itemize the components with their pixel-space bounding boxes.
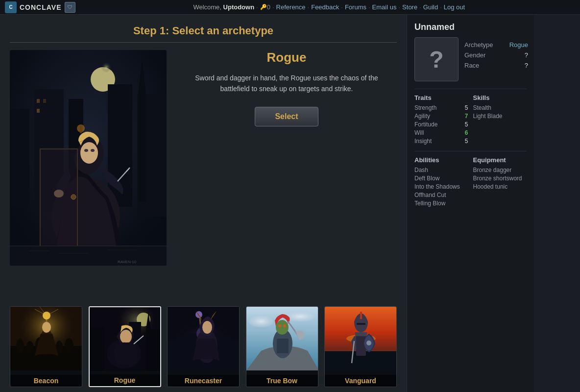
beacon-label: Beacon (10, 375, 82, 387)
ability-intotheshadows: Into the Shadows (414, 183, 468, 190)
archetype-meta-label: Archetype (464, 41, 493, 49)
truebow-label: True Bow (246, 375, 318, 387)
svg-rect-50 (90, 327, 104, 371)
logo-text: CONCLAVE (20, 3, 62, 11)
svg-point-66 (286, 312, 315, 321)
archetype-meta-row: Archetype Rogue (464, 41, 528, 49)
svg-rect-3 (10, 109, 29, 207)
svg-point-24 (71, 195, 76, 199)
svg-rect-72 (277, 339, 289, 353)
gender-meta-row: Gender ? (464, 51, 528, 59)
svg-rect-10 (37, 99, 40, 103)
trait-strength: Strength 5 (414, 104, 468, 111)
nav-logout[interactable]: Log out (444, 3, 465, 11)
nav-email[interactable]: Email us (372, 3, 397, 11)
ability-offhandcut: Offhand Cut (414, 192, 468, 198)
svg-point-69 (278, 324, 281, 327)
right-sidebar: Unnamed ? Archetype Rogue Gender ? Race … (407, 15, 534, 392)
step-title: Step 1: Select an archetype (133, 24, 273, 37)
svg-rect-52 (146, 329, 160, 371)
archetype-card-truebow[interactable]: True Bow (246, 306, 318, 387)
truebow-image (246, 307, 318, 370)
strength-val: 5 (465, 104, 468, 111)
char-meta: Archetype Rogue Gender ? Race ? (464, 37, 528, 81)
nav-forums[interactable]: Forums (345, 3, 366, 11)
equipment-col: Equipment Bronze dagger Bronze shortswor… (473, 156, 527, 208)
archetype-description: Sword and dagger in hand, the Rogue uses… (176, 73, 397, 95)
svg-rect-11 (43, 99, 46, 103)
nav-reference[interactable]: Reference (276, 3, 306, 11)
traits-skills-section: Traits Strength 5 Agility 7 Fortitude 5 … (414, 94, 527, 146)
skill-lightblade: Light Blade (473, 113, 527, 120)
equip-hoodedtunic: Hooded tunic (473, 183, 527, 190)
svg-rect-12 (37, 109, 40, 113)
nav-welcome: Welcome, (193, 3, 221, 11)
svg-point-70 (283, 324, 286, 327)
char-header: ? Archetype Rogue Gender ? Race ? (414, 37, 527, 81)
svg-rect-79 (357, 323, 365, 325)
svg-point-35 (26, 341, 33, 353)
char-avatar-placeholder: ? (429, 46, 443, 73)
logo-area: C CONCLAVE 🛡 (5, 1, 75, 13)
sidebar-divider-2 (414, 151, 527, 151)
skills-col: Skills Stealth Light Blade (473, 94, 527, 146)
sidebar-divider-1 (414, 89, 527, 89)
vanguard-image (325, 307, 396, 370)
content-row: RAVEN·10 Rogue Sword and dagger in hand,… (10, 50, 397, 301)
key-icon: 🔑 (260, 4, 267, 10)
fortitude-val: 5 (465, 121, 468, 128)
svg-point-55 (120, 330, 132, 343)
race-meta-value: ? (525, 62, 528, 69)
left-panel: Step 1: Select an archetype (0, 15, 407, 392)
svg-point-16 (80, 142, 98, 164)
svg-point-65 (249, 316, 273, 327)
abilities-title: Abilities (414, 156, 468, 164)
race-meta-row: Race ? (464, 62, 528, 69)
svg-point-46 (42, 322, 51, 333)
svg-rect-9 (138, 94, 146, 202)
svg-rect-25 (10, 246, 167, 266)
key-count: 0 (267, 3, 270, 11)
svg-point-34 (16, 339, 24, 353)
archetype-card-vanguard[interactable]: Vanguard (324, 306, 397, 387)
traits-title: Traits (414, 94, 468, 101)
svg-point-63 (202, 321, 212, 334)
info-panel: Rogue Sword and dagger in hand, the Rogu… (176, 50, 397, 301)
svg-point-18 (91, 149, 95, 152)
insight-label: Insight (414, 138, 432, 145)
svg-point-68 (276, 320, 289, 335)
race-meta-label: Race (464, 62, 479, 69)
runecaster-label: Runecaster (168, 375, 239, 387)
archetype-card-rogue[interactable]: Rogue (89, 306, 161, 387)
logo-shield-icon: 🛡 (65, 2, 75, 13)
svg-point-81 (366, 341, 371, 345)
gender-meta-value: ? (525, 51, 528, 59)
ability-deftblow: Deft Blow (414, 175, 468, 182)
svg-rect-14 (80, 124, 82, 133)
char-name: Unnamed (414, 22, 527, 32)
ability-tellingblow: Telling Blow (414, 200, 468, 207)
abilities-equipment-section: Abilities Dash Deft Blow Into the Shadow… (414, 156, 527, 208)
ability-dash: Dash (414, 167, 468, 173)
gender-meta-label: Gender (464, 51, 485, 59)
insight-val: 5 (465, 138, 468, 145)
vanguard-label: Vanguard (325, 375, 396, 387)
fortitude-label: Fortitude (414, 121, 437, 128)
nav-guild[interactable]: Guild (423, 3, 438, 11)
nav-store[interactable]: Store (402, 3, 417, 11)
beacon-image (10, 307, 82, 370)
skill-stealth: Stealth (473, 104, 527, 111)
trait-insight: Insight 5 (414, 138, 468, 145)
nav-feedback[interactable]: Feedback (311, 3, 339, 11)
select-button[interactable]: Select (255, 107, 318, 126)
title-divider (10, 42, 397, 43)
logo-circle: C (5, 1, 17, 13)
archetype-card-runecaster[interactable]: Runecaster (167, 306, 240, 387)
svg-rect-80 (355, 332, 367, 336)
abilities-col: Abilities Dash Deft Blow Into the Shadow… (414, 156, 468, 208)
skills-title: Skills (473, 94, 527, 101)
archetype-card-beacon[interactable]: Beacon (10, 306, 82, 387)
char-image-container: RAVEN·10 (10, 50, 167, 266)
svg-point-17 (84, 149, 88, 152)
rogue-illustration: RAVEN·10 (10, 50, 167, 266)
